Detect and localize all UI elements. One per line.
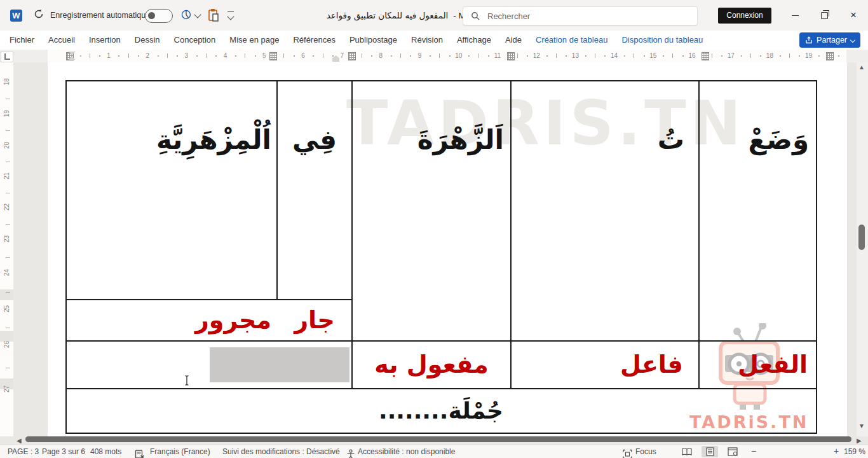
- read-mode-view-button[interactable]: [679, 446, 695, 457]
- horizontal-scrollbar-thumb[interactable]: [25, 436, 851, 442]
- ruler-tick: [682, 55, 684, 57]
- tab-insertion[interactable]: Insertion: [82, 31, 128, 50]
- close-button[interactable]: ×: [839, 0, 868, 31]
- ruler-tick: [712, 53, 712, 58]
- ruler-number: 10: [454, 52, 463, 59]
- accessibility-status[interactable]: Accessibilité : non disponible: [358, 445, 455, 458]
- ruler-tick: [566, 55, 567, 57]
- vertical-scrollbar-thumb[interactable]: [858, 225, 865, 250]
- ruler-number: 6: [299, 52, 308, 59]
- scroll-left-icon[interactable]: ◀: [17, 437, 22, 444]
- tab-aide[interactable]: Aide: [498, 31, 529, 50]
- search-box[interactable]: [463, 6, 698, 25]
- zoom-level[interactable]: 159 %: [844, 445, 865, 458]
- tab-accueil[interactable]: Accueil: [41, 31, 82, 50]
- scroll-right-icon[interactable]: ▶: [857, 437, 862, 444]
- sync-icon[interactable]: [33, 8, 44, 20]
- paste-icon[interactable]: [207, 8, 220, 22]
- focus-icon: [623, 447, 632, 458]
- tab-stop-selector[interactable]: [1, 51, 13, 62]
- table-cell-fail[interactable]: فاعل: [512, 342, 696, 387]
- tab-fichier[interactable]: Fichier: [3, 31, 41, 50]
- ruler-tick: [245, 53, 245, 58]
- word-count-status[interactable]: 408 mots: [90, 445, 121, 458]
- language-status[interactable]: Français (France): [150, 445, 210, 458]
- touch-mode-icon[interactable]: [180, 8, 192, 21]
- ruler-tick: [371, 55, 372, 57]
- qat-customize-chevron-icon[interactable]: [227, 13, 234, 20]
- ruler-tick: [332, 55, 334, 57]
- table-cell-verb[interactable]: وَضَعْ: [700, 113, 815, 167]
- table-cell-jumla[interactable]: جُمْلَة........: [67, 389, 815, 433]
- tab-publipostage[interactable]: Publipostage: [342, 31, 404, 50]
- ruler-number: 19: [3, 109, 10, 118]
- tab-disposition-du-tableau[interactable]: Disposition du tableau: [614, 31, 710, 50]
- ruler-tick: [391, 55, 392, 57]
- scroll-down-icon[interactable]: ▼: [858, 422, 865, 429]
- print-layout-view-button[interactable]: [702, 446, 718, 457]
- share-button[interactable]: Partager: [799, 32, 860, 48]
- table-cell-almizhariya[interactable]: اُلْمِزْهَرِيَّةِ: [67, 113, 275, 167]
- ruler-number: 20: [3, 141, 10, 150]
- ruler-tick: [6, 193, 10, 193]
- ruler-number: 2: [143, 52, 152, 59]
- tab-mise-en-page[interactable]: Mise en page: [222, 31, 286, 50]
- ruler-tick: [294, 55, 295, 57]
- autosave-toggle[interactable]: [145, 9, 173, 23]
- table-column-marker[interactable]: [269, 52, 277, 60]
- tab-dessin[interactable]: Dessin: [128, 31, 167, 50]
- page-count-status[interactable]: Page 3 sur 6: [42, 445, 85, 458]
- ruler-tick: [196, 55, 198, 57]
- web-layout-view-button[interactable]: [724, 446, 741, 457]
- touch-mode-dropdown-icon[interactable]: [194, 11, 201, 18]
- sign-in-button[interactable]: Connexion: [718, 8, 771, 24]
- table-cell-jar[interactable]: جار: [278, 300, 351, 340]
- table-cell-fi[interactable]: فِي: [278, 113, 351, 167]
- tab-creation-de-tableau[interactable]: Création de tableau: [529, 31, 614, 50]
- zoom-in-button[interactable]: +: [834, 445, 839, 458]
- tab-conception[interactable]: Conception: [167, 31, 223, 50]
- search-input[interactable]: [486, 8, 679, 24]
- ruler-tick: [527, 55, 528, 57]
- table-column-marker[interactable]: [507, 52, 515, 60]
- table-cell-maful-bih[interactable]: مفعول به: [354, 342, 509, 387]
- track-changes-status[interactable]: Suivi des modifications : Désactivé: [222, 445, 340, 458]
- minimize-button[interactable]: [780, 0, 810, 31]
- table-cell-azzahra[interactable]: اَلزَّهْرَةَ: [354, 113, 509, 167]
- ruler-tick: [6, 130, 10, 131]
- table-cell-ta[interactable]: تُ: [512, 113, 697, 167]
- tab-references[interactable]: Références: [286, 31, 342, 50]
- focus-button[interactable]: Focus: [635, 445, 656, 458]
- hanging-indent-marker[interactable]: [69, 56, 75, 60]
- ruler-tick: [400, 53, 401, 58]
- table-column-marker[interactable]: [826, 52, 834, 60]
- tab-affichage[interactable]: Affichage: [450, 31, 498, 50]
- table-column-marker[interactable]: [702, 52, 709, 60]
- tab-revision[interactable]: Révision: [404, 31, 450, 50]
- page-number-status[interactable]: PAGE : 3: [8, 445, 39, 458]
- table-column-marker[interactable]: [348, 52, 356, 60]
- scroll-up-icon[interactable]: ▲: [858, 64, 865, 71]
- table-cell-alfil[interactable]: الفعل: [700, 342, 815, 387]
- status-bar: PAGE : 3 Page 3 sur 6 408 mots Français …: [0, 444, 868, 458]
- qat-customize-icon[interactable]: [227, 11, 234, 12]
- ruler-tick: [158, 55, 159, 57]
- restore-button[interactable]: [810, 0, 839, 31]
- ruler-tick: [6, 224, 10, 225]
- ruler-tick: [556, 53, 557, 58]
- table-cell-majrur[interactable]: مجرور: [67, 300, 274, 340]
- ruler-tick: [799, 55, 800, 57]
- ruler-tick: [604, 55, 606, 57]
- first-line-indent-marker[interactable]: [69, 52, 75, 55]
- accessibility-icon: [346, 447, 355, 458]
- zoom-out-button[interactable]: −: [751, 445, 756, 458]
- ruler-number: 9: [416, 52, 424, 59]
- document-title-arabic: المفعول فيه للمكان تطبيق وقواعد: [327, 10, 449, 20]
- ruler-number: 13: [571, 52, 580, 59]
- vertical-ruler[interactable]: 18192021222324252627: [0, 62, 13, 436]
- selection-highlight: [210, 347, 349, 382]
- ruler-tick: [410, 55, 411, 57]
- proofing-errors-icon[interactable]: [135, 447, 145, 458]
- title-bar: W Enregistrement automatique المفعول فيه…: [0, 0, 868, 31]
- ruler-tick: [595, 53, 595, 58]
